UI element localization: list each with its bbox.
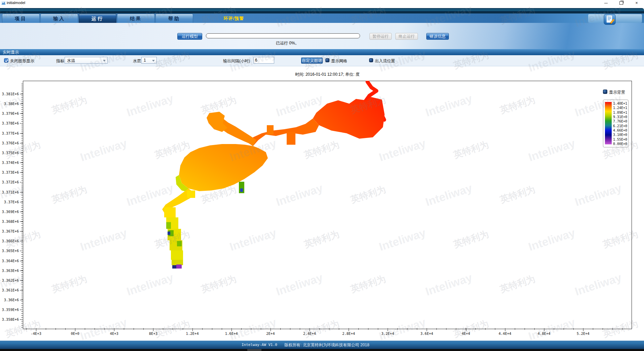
y-tick-minor bbox=[21, 241, 23, 241]
y-tick-minor bbox=[21, 133, 23, 133]
chevron-down-icon bbox=[152, 60, 155, 62]
y-tick-minor bbox=[21, 317, 23, 318]
y-tick-label: 3.38E+6 bbox=[0, 101, 19, 106]
y-tick-minor bbox=[21, 274, 23, 275]
y-tick-minor bbox=[21, 249, 23, 249]
inout-flow-label: 出入流位置 bbox=[375, 58, 395, 64]
y-tick-minor bbox=[21, 92, 23, 92]
layer-select[interactable]: 1 bbox=[141, 57, 157, 64]
x-tick-minor bbox=[339, 328, 339, 330]
show-background-checkbox[interactable] bbox=[603, 90, 607, 94]
y-tick-label: 3.376E+6 bbox=[0, 141, 19, 145]
y-tick-minor bbox=[21, 300, 23, 300]
tab-输入[interactable]: 输入 bbox=[40, 14, 78, 23]
y-tick-minor bbox=[21, 286, 23, 286]
custom-spectrum-button[interactable]: 自定义图谱 bbox=[301, 58, 323, 64]
y-tick-minor bbox=[21, 221, 23, 221]
y-tick-minor bbox=[21, 137, 23, 137]
tab-项目[interactable]: 项目 bbox=[2, 14, 40, 23]
inout-flow-checkbox[interactable] bbox=[369, 58, 373, 62]
realtime-controls: 关闭图形显示 指标 水温 水层 1 输出间隔(小时) 自定义图谱 显示网格 出入… bbox=[0, 55, 644, 66]
legend-value: 0.00E+0 bbox=[613, 142, 629, 146]
x-tick-minor bbox=[75, 328, 75, 330]
ribbon-top-band bbox=[0, 8, 644, 13]
x-tick-minor bbox=[427, 328, 427, 330]
legend-value: 1.24E+1 bbox=[613, 106, 629, 110]
y-tick-minor bbox=[21, 223, 23, 223]
interval-input[interactable] bbox=[253, 57, 274, 64]
app-logo-icon bbox=[1, 1, 6, 5]
legend-colorbar bbox=[605, 102, 612, 144]
y-tick-minor bbox=[21, 327, 23, 327]
run-status-text: 已运行 0%。 bbox=[276, 40, 299, 46]
x-tick-minor bbox=[573, 328, 574, 330]
x-tick-minor bbox=[212, 328, 212, 330]
y-tick-label: 3.364E+6 bbox=[0, 258, 19, 263]
x-tick-label: 1.6E+4 bbox=[218, 331, 245, 336]
tab-结果[interactable]: 结果 bbox=[117, 14, 155, 23]
x-tick-minor bbox=[446, 328, 446, 330]
y-tick-minor bbox=[21, 239, 23, 239]
y-tick-minor bbox=[21, 202, 23, 202]
y-tick-minor bbox=[21, 135, 23, 135]
y-tick-minor bbox=[21, 262, 23, 263]
y-tick-label: 3.367E+6 bbox=[0, 229, 19, 234]
map-region-channel-5 bbox=[171, 250, 183, 260]
legend-value: 9.31E+0 bbox=[613, 115, 629, 119]
y-tick-minor bbox=[21, 105, 23, 106]
progress-bar bbox=[206, 33, 360, 38]
chart-time-title: 时间: 2016-01-01 12:00:17; 单位: 度 bbox=[23, 72, 632, 77]
minimize-button[interactable] bbox=[601, 0, 611, 6]
x-tick-label: 4.4E+4 bbox=[492, 331, 518, 336]
x-tick-minor bbox=[505, 328, 505, 330]
show-grid-checkbox[interactable] bbox=[325, 58, 329, 62]
tab-env-warning[interactable]: 环评/预警 bbox=[207, 15, 261, 22]
x-tick-minor bbox=[183, 328, 183, 330]
y-tick-label: 3.378E+6 bbox=[0, 121, 19, 126]
document-edit-icon[interactable] bbox=[604, 14, 616, 25]
y-tick-minor bbox=[21, 258, 23, 259]
x-tick-minor bbox=[485, 328, 486, 330]
y-tick-label: 3.369E+6 bbox=[0, 209, 19, 214]
pause-run-button[interactable]: 暂停运行 bbox=[369, 33, 392, 40]
run-model-button[interactable]: 运行模型 bbox=[177, 33, 202, 40]
y-tick-minor bbox=[21, 306, 23, 306]
x-tick-minor bbox=[564, 328, 564, 330]
x-tick-minor bbox=[173, 328, 173, 330]
indicator-select[interactable]: 水温 bbox=[65, 57, 108, 64]
x-tick-minor bbox=[349, 328, 349, 330]
y-tick-minor bbox=[21, 245, 23, 245]
y-tick-minor bbox=[21, 200, 23, 200]
x-tick-minor bbox=[251, 328, 251, 330]
restore-button[interactable] bbox=[616, 0, 626, 6]
close-button[interactable]: × bbox=[632, 0, 642, 6]
error-info-button[interactable]: 错误信息 bbox=[426, 33, 449, 40]
tab-运行[interactable]: 运行 bbox=[79, 14, 116, 23]
y-tick-minor bbox=[21, 159, 23, 159]
show-grid-label: 显示网格 bbox=[331, 58, 347, 64]
close-graphics-checkbox[interactable] bbox=[4, 58, 8, 63]
legend-value: 3.10E+0 bbox=[613, 133, 629, 137]
y-tick-major bbox=[20, 163, 23, 163]
y-tick-minor bbox=[21, 184, 23, 184]
y-tick-minor bbox=[21, 143, 23, 143]
y-tick-minor bbox=[21, 98, 23, 98]
app-version-text: Intelway-AW V1.0 bbox=[242, 343, 277, 347]
x-tick-minor bbox=[300, 328, 300, 330]
y-tick-label: 3.37E+6 bbox=[0, 200, 19, 204]
x-tick-label: 2.4E+4 bbox=[296, 331, 323, 336]
tab-帮助[interactable]: 帮助 bbox=[155, 14, 193, 23]
y-tick-minor bbox=[21, 186, 23, 186]
map-region-lake-notch-blue bbox=[240, 188, 243, 192]
x-tick-minor bbox=[65, 328, 66, 330]
window-title: initialmodel bbox=[7, 1, 25, 5]
watermark-text: Inteliway bbox=[0, 181, 26, 209]
y-tick-minor bbox=[21, 150, 23, 151]
y-tick-minor bbox=[21, 280, 23, 280]
y-tick-minor bbox=[21, 282, 23, 282]
stop-run-button[interactable]: 终止运行 bbox=[395, 33, 418, 40]
y-tick-minor bbox=[21, 115, 23, 115]
y-tick-label: 3.375E+6 bbox=[0, 150, 19, 155]
x-tick-minor bbox=[436, 328, 437, 330]
y-tick-major bbox=[20, 261, 23, 261]
